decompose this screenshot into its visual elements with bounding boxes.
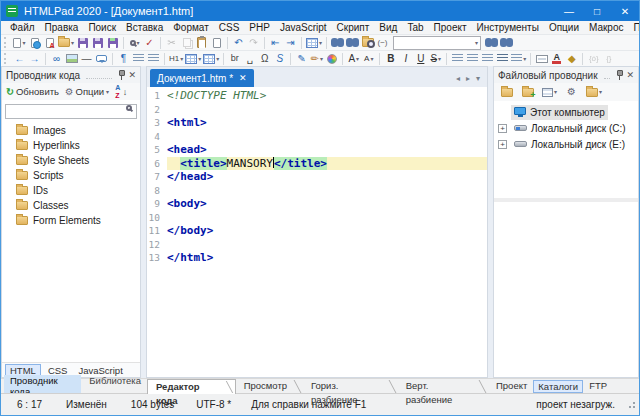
settings-icon[interactable]: ⚙ [564,85,579,100]
menu-item[interactable]: Поиск [83,22,121,33]
file-tree-item[interactable]: +Локальный диск (E:) [494,136,638,152]
scroll-tabs-left-icon[interactable]: ◂ [456,74,460,83]
file-tree-item[interactable]: Этот компьютер [494,104,638,120]
view-tab[interactable]: Просмотр [236,379,303,394]
explorer-tab[interactable]: Каталоги [533,380,583,393]
back-icon[interactable]: ← [12,51,27,66]
search-icon[interactable]: ▾ [127,35,142,50]
unindent-icon[interactable]: ⇤ [268,35,283,50]
view-tab[interactable]: Редактор кода [147,379,236,394]
underline-icon[interactable]: U [413,51,428,66]
clipboard-viewer-icon[interactable] [209,35,224,50]
resize-grip[interactable] [627,400,636,409]
paragraph-icon[interactable]: ¶ [116,51,131,66]
document-tab[interactable]: Документ1.htm * ✕ [150,69,254,87]
tree-item[interactable]: Form Elements [2,213,140,228]
pen-icon[interactable]: ✎ [294,51,309,66]
menu-item[interactable]: CSS [214,22,245,33]
increase-font-icon[interactable]: A▾ [346,51,361,66]
tab-close-icon[interactable]: ✕ [239,73,247,83]
subtab-css[interactable]: CSS [44,365,72,376]
bold-icon[interactable]: B [383,51,398,66]
file-tree-item[interactable]: +Локальный диск (C:) [494,120,638,136]
explorer-tab[interactable]: FTP [585,380,611,393]
color-picker-icon[interactable] [324,51,339,66]
new-file-icon[interactable]: ▾ [12,35,27,50]
menu-item[interactable]: Формат [168,22,214,33]
refresh-button[interactable]: ↻ Обновить [6,86,59,97]
menu-item[interactable]: Опции [544,22,584,33]
tree-item[interactable]: Hyperlinks [2,138,140,153]
save-icon[interactable] [75,35,90,50]
spell-check-icon[interactable]: ✓ [142,35,157,50]
subtab-javascript[interactable]: JavaScript [74,365,126,376]
options-button[interactable]: ⚙ Опции ▾ [65,86,109,97]
hyperlink-icon[interactable]: ∞ [49,51,64,66]
expand-icon[interactable]: + [498,140,507,149]
table-elements-icon[interactable]: ▾ [202,51,220,66]
decrease-font-icon[interactable]: A▾ [361,51,376,66]
italic-icon[interactable]: I [398,51,413,66]
close-button[interactable]: ✕ [611,1,639,21]
non-breaking-space-icon[interactable]: ␣ [242,51,257,66]
menu-item[interactable]: Файл [5,22,40,33]
close-panel-icon[interactable]: ✕ [128,70,136,80]
save-as-icon[interactable] [90,35,105,50]
pin-icon[interactable] [118,70,125,80]
menu-item[interactable]: PHP [244,22,275,33]
numbered-list-icon[interactable] [146,51,161,66]
strikethrough-icon[interactable]: S▾ [428,51,443,66]
align-justify-icon[interactable] [495,51,510,66]
view-layout-icon[interactable]: ▾ [305,35,323,50]
search-input[interactable] [5,104,137,119]
folders-icon[interactable]: ▾ [585,85,603,100]
menu-item[interactable]: Вид [374,22,402,33]
tree-item[interactable]: Style Sheets [2,153,140,168]
font-color-icon[interactable] [549,51,564,66]
form-icon[interactable] [534,51,549,66]
maximize-button[interactable]: □ [583,1,611,21]
align-right-icon[interactable] [480,51,495,66]
bullet-list-icon[interactable] [131,51,146,66]
menu-item[interactable]: Скрипт [332,22,375,33]
find-previous-icon[interactable] [499,35,514,50]
align-left-icon[interactable] [450,51,465,66]
highlighter-icon[interactable]: ✏▾ [309,51,324,66]
tree-item[interactable]: IDs [2,183,140,198]
sort-button[interactable]: ↓ [115,86,127,98]
indent-icon[interactable]: ⇥ [283,35,298,50]
tree-item[interactable]: Scripts [2,168,140,183]
menu-item[interactable]: Инструменты [472,22,544,33]
find-next-icon[interactable] [484,35,499,50]
scroll-tabs-right-icon[interactable]: ▸ [466,74,470,83]
code-editor[interactable]: 1<!DOCTYPE HTML>23<html>45<head>6 <title… [147,87,487,377]
menu-item[interactable]: JavaScript [275,22,332,33]
tree-item[interactable]: Images [2,123,140,138]
align-center-icon[interactable] [465,51,480,66]
add-folder-icon[interactable] [520,85,535,100]
tab-list-icon[interactable]: ▾ [476,74,480,83]
heading-icon[interactable]: H1▾ [168,51,184,66]
insert-table-icon[interactable]: ▾ [184,51,202,66]
script-icon[interactable]: S [272,51,287,66]
fill-color-icon[interactable]: ◆ [564,51,579,66]
menu-item[interactable]: Проект [429,22,472,33]
regex-icon[interactable]: (−) [375,35,390,50]
horizontal-rule-icon[interactable]: — [79,51,94,66]
menu-item[interactable]: Вставка [121,22,168,33]
save-all-icon[interactable] [105,35,120,50]
menu-item[interactable]: Макрос [584,22,629,33]
expand-icon[interactable]: + [498,124,507,133]
search-history-combobox[interactable]: ▾ [393,36,481,50]
menu-item[interactable]: Tab [402,22,428,33]
view-tab[interactable]: Гориз. разбиение [303,379,398,394]
menu-item[interactable]: Правка [40,22,84,33]
find-icon[interactable] [330,35,345,50]
explorer-tab[interactable]: Проект [492,380,531,393]
open-folder-icon[interactable]: ▾ [57,35,75,50]
tree-item[interactable]: Classes [2,198,140,213]
line-break-icon[interactable]: br [227,51,242,66]
view-tab[interactable]: Верт. разбиение [398,379,488,394]
pin-icon[interactable] [616,70,623,80]
undo-icon[interactable]: ↶ [231,35,246,50]
